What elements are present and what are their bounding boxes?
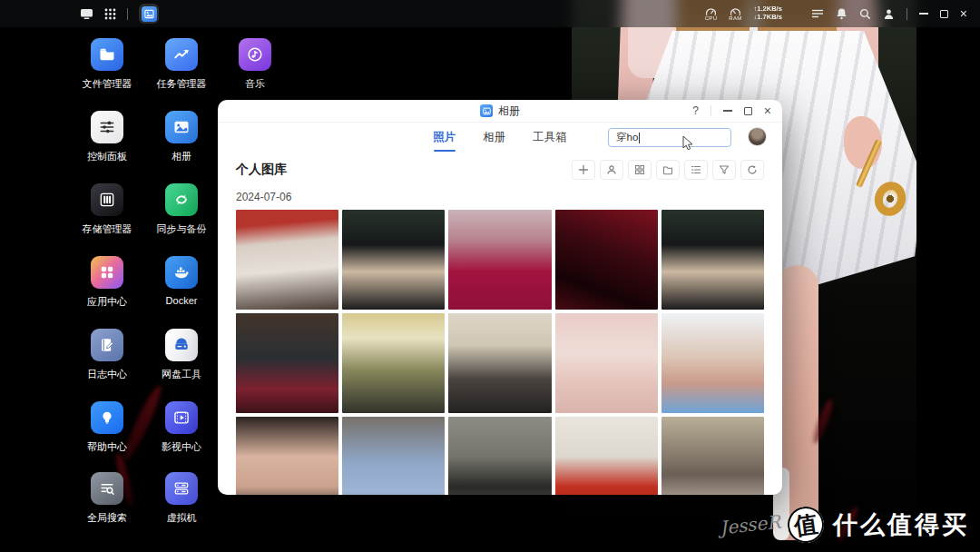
cpu-monitor[interactable]: CPU [705,6,718,21]
photo-thumbnail[interactable] [448,417,551,495]
album-toolbar [572,160,764,180]
album-window: 相册 ? × 照片 相册 工具箱 穿ho 个人图库 [218,100,782,495]
section-title: 个人图库 [236,162,287,178]
netdisk-icon [165,329,198,361]
photo-grid [236,210,764,495]
photo-thumbnail[interactable] [662,417,764,495]
photo-thumbnail[interactable] [662,313,764,413]
global-search-icon[interactable] [859,8,871,20]
tab-toolbox[interactable]: 工具箱 [531,123,569,152]
photo-thumbnail[interactable] [342,313,445,413]
desktop-app-netdisk-tool[interactable]: 网盘工具 [149,329,214,381]
user-avatar[interactable] [748,127,767,146]
window-title-text: 相册 [498,104,520,119]
album-app-icon [480,104,493,117]
desktop-minimize-button[interactable] [919,13,928,15]
docker-icon [165,256,198,289]
grid-view-button[interactable] [628,160,652,180]
album-icon [165,111,198,143]
desktop-app-storage-manager[interactable]: 存储管理器 [74,183,140,236]
album-app-icon [142,6,157,22]
desktop-app-global-search[interactable]: 全局搜索 [74,472,140,525]
notifications-bell-icon[interactable] [836,7,848,20]
photo-thumbnail[interactable] [448,210,551,310]
window-title: 相册 [480,104,520,119]
desktop-app-virtual-machine[interactable]: 虚拟机 [149,472,214,525]
storage-icon [91,183,123,216]
task-queue-icon[interactable] [811,8,824,19]
window-titlebar[interactable]: 相册 ? × [218,100,782,123]
video-center-icon [165,401,198,434]
list-view-button[interactable] [684,160,708,180]
photo-thumbnail[interactable] [662,210,764,310]
desktop-app-album[interactable]: 相册 [149,111,214,163]
taskbar-divider [906,8,907,20]
desktop-maximize-button[interactable] [940,10,948,18]
people-view-button[interactable] [600,160,623,180]
watermark: JesseR 值 什么值得买 [720,507,969,543]
show-desktop-icon[interactable] [80,8,93,20]
photo-thumbnail[interactable] [236,313,338,413]
taskbar: CPU RAM ↑1.2KB/s ↓1.7KB/s [0,0,980,27]
filter-button[interactable] [712,160,736,180]
refresh-button[interactable] [740,160,764,180]
vm-icon [165,472,198,505]
desktop-app-docker[interactable]: Docker [149,256,214,306]
tab-albums[interactable]: 相册 [481,123,507,152]
cpu-label: CPU [705,15,718,21]
smzdm-logo: 值 [785,504,826,545]
app-launcher-grid-icon[interactable] [104,8,116,20]
user-account-icon[interactable] [883,8,895,20]
ram-label: RAM [729,15,741,21]
smzdm-site-name: 什么值得买 [833,508,969,541]
add-button[interactable] [572,160,595,180]
photo-thumbnail[interactable] [342,417,445,495]
help-center-icon [91,401,123,434]
artist-signature: JesseR [719,511,781,539]
sync-icon [165,183,198,216]
photo-thumbnail[interactable] [555,210,658,310]
photo-thumbnail[interactable] [555,417,658,495]
log-center-icon [91,329,123,361]
maximize-button[interactable] [744,107,752,115]
photo-thumbnail[interactable] [555,313,658,413]
app-center-icon [91,256,123,289]
music-icon [239,38,271,71]
minimize-button[interactable] [723,110,732,112]
date-group-label: 2024-07-06 [236,191,764,203]
network-speed[interactable]: ↑1.2KB/s ↓1.7KB/s [754,5,782,21]
ram-monitor[interactable]: RAM [729,6,741,21]
desktop-close-button[interactable]: × [960,7,967,20]
desktop-app-control-panel[interactable]: 控制面板 [74,111,140,163]
photo-thumbnail[interactable] [342,210,445,310]
taskbar-divider [127,8,128,20]
desktop-app-file-manager[interactable]: 文件管理器 [74,38,140,91]
control-panel-icon [91,111,123,143]
photo-thumbnail[interactable] [236,210,338,310]
search-input-value: 穿ho [616,131,638,144]
text-caret [639,133,640,143]
desktop-app-video-center[interactable]: 影视中心 [149,401,214,454]
folder-view-button[interactable] [656,160,680,180]
desktop-app-help-center[interactable]: 帮助中心 [74,401,140,454]
download-speed: ↓1.7KB/s [754,14,782,22]
photo-thumbnail[interactable] [448,313,551,413]
desktop-app-app-center[interactable]: 应用中心 [74,256,140,309]
taskbar-album-app-active[interactable] [139,4,159,24]
desktop-app-task-manager[interactable]: 任务管理器 [149,38,214,91]
album-tabbar: 照片 相册 工具箱 穿ho [218,123,782,153]
global-search-app-icon [91,472,123,505]
desktop-app-log-center[interactable]: 日志中心 [74,329,140,381]
tab-photos[interactable]: 照片 [431,123,457,152]
window-controls-divider [710,105,711,116]
mouse-cursor [682,135,694,152]
desktop-app-music[interactable]: 音乐 [222,38,288,91]
desktop-app-sync-backup[interactable]: 同步与备份 [149,183,214,236]
photo-thumbnail[interactable] [236,417,338,495]
close-button[interactable]: × [764,104,771,117]
task-manager-icon [165,38,198,71]
search-input[interactable]: 穿ho [608,128,731,147]
help-button[interactable]: ? [692,104,699,117]
folder-icon [91,38,123,71]
album-content: 个人图库 2024-07-06 [218,158,782,495]
